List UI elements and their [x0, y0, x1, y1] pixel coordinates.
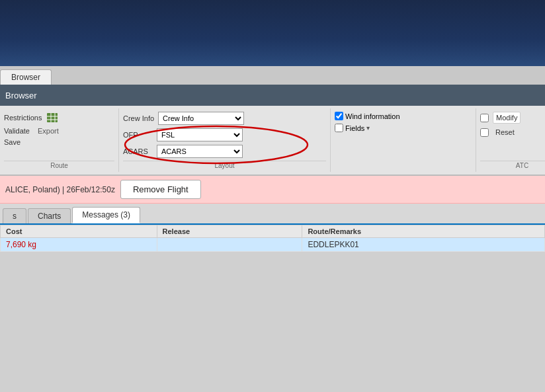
cell-release [157, 238, 302, 252]
col-release: Release [157, 225, 302, 238]
reset-row: Reset [480, 126, 545, 138]
remove-flight-button[interactable]: Remove Flight [120, 180, 201, 199]
tab-messages[interactable]: Messages (3) [72, 207, 140, 223]
table-row[interactable]: 7,690 kg EDDLEPKK01 [1, 238, 545, 252]
restrictions-label: Restrictions [4, 114, 42, 122]
modify-row: Modify [480, 111, 545, 124]
a-checkbox[interactable] [480, 128, 489, 137]
cell-route: EDDLEPKK01 [302, 238, 545, 252]
col-cost: Cost [1, 225, 157, 238]
ribbon: Restrictions Validate Export [0, 106, 545, 176]
svg-rect-0 [47, 113, 58, 122]
col-route: Route/Remarks [302, 225, 545, 238]
restrictions-row: Restrictions [4, 111, 114, 124]
tab-bar: Browser [0, 66, 545, 85]
wind-checkbox-label[interactable]: Wind information [335, 112, 400, 120]
ofp-row: OFP FSL [123, 128, 326, 142]
content-tabs: s Charts Messages (3) [0, 204, 545, 225]
reset-btn[interactable]: Reset [493, 127, 517, 137]
save-row: Save [4, 137, 114, 147]
wind-label: Wind information [345, 112, 400, 120]
ribbon-top: Restrictions Validate Export [0, 106, 545, 175]
wind-checkbox[interactable] [335, 112, 343, 120]
m-checkbox[interactable] [480, 114, 489, 122]
fields-label: Fields [345, 124, 364, 132]
modify-btn[interactable]: Modify [493, 112, 521, 124]
wind-row: Wind information [335, 111, 472, 121]
tab-s[interactable]: s [3, 208, 26, 223]
fields-row: Fields ▾ [335, 123, 472, 133]
main-tab[interactable]: Browser [0, 69, 52, 85]
fields-row-label: Fields ▾ [335, 124, 370, 132]
layout-section: Crew Info Crew Info OFP FSL ACARS ACARS [119, 108, 331, 172]
acars-row: ACARS ACARS [123, 144, 326, 159]
tab-charts[interactable]: Charts [28, 208, 71, 223]
cell-cost: 7,690 kg [1, 238, 157, 252]
crew-info-label: Crew Info [123, 114, 154, 122]
table-header-row: Cost Release Route/Remarks [1, 225, 545, 238]
alert-bar: ALICE, Poland) | 26Feb/12:50z Remove Fli… [0, 176, 545, 204]
validate-label: Validate [4, 127, 34, 135]
crew-info-select[interactable]: Crew Info [158, 112, 244, 125]
browser-label-bar: Browser [0, 85, 545, 106]
top-nav-bar [0, 0, 545, 66]
e-checkbox[interactable] [335, 124, 343, 132]
data-table: Cost Release Route/Remarks 7,690 kg EDDL… [0, 225, 545, 252]
route-label: Route [4, 161, 114, 169]
wind-section: Wind information Fields ▾ [331, 108, 476, 172]
validate-row: Validate Export [4, 126, 114, 136]
atc-label: ATC [480, 161, 545, 169]
route-section: Restrictions Validate Export [0, 108, 119, 172]
atc-section: Modify Reset ATC [476, 108, 545, 172]
grid-icon[interactable] [46, 112, 59, 124]
flight-info-text: ALICE, Poland) | 26Feb/12:50z [5, 185, 115, 194]
m-checkbox-label [480, 114, 489, 122]
save-label: Save [4, 138, 34, 146]
browser-label: Browser [5, 91, 37, 100]
a-checkbox-label [480, 128, 489, 137]
table-container: Cost Release Route/Remarks 7,690 kg EDDL… [0, 225, 545, 252]
acars-select[interactable]: ACARS [157, 145, 243, 158]
acars-label: ACARS [123, 147, 153, 155]
layout-label: Layout [123, 161, 326, 169]
export-label[interactable]: Export [38, 127, 67, 135]
fsl-select[interactable]: FSL [157, 128, 243, 141]
crew-info-row: Crew Info Crew Info [123, 111, 326, 126]
fields-dropdown-arrow[interactable]: ▾ [366, 124, 370, 132]
ofp-label: OFP [123, 131, 153, 139]
